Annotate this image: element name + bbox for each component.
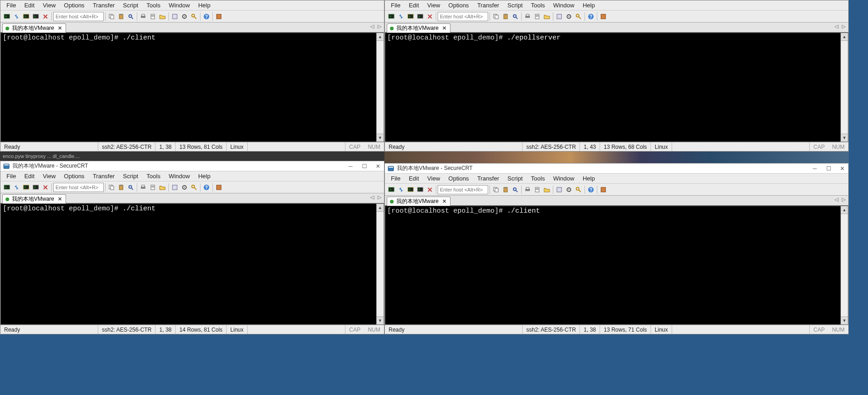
- help-icon[interactable]: ?: [202, 12, 211, 21]
- tab-prev-icon[interactable]: ◁: [834, 23, 839, 29]
- disconnect-icon[interactable]: >: [31, 183, 40, 192]
- find-icon[interactable]: [511, 12, 520, 21]
- tab-next-icon[interactable]: ▷: [377, 23, 382, 29]
- host-input[interactable]: [53, 183, 104, 192]
- copy-icon[interactable]: [491, 12, 501, 21]
- quick-connect-icon[interactable]: >: [22, 12, 31, 21]
- menu-file[interactable]: File: [2, 172, 20, 181]
- host-input[interactable]: [438, 185, 488, 194]
- tab-next-icon[interactable]: ▷: [377, 194, 382, 200]
- settings-icon[interactable]: [564, 12, 573, 21]
- app-icon[interactable]: [214, 183, 223, 192]
- new-window-icon[interactable]: [170, 183, 179, 192]
- connect-icon[interactable]: [396, 12, 406, 21]
- scroll-up-icon[interactable]: ▲: [377, 204, 384, 212]
- scroll-down-icon[interactable]: ▼: [841, 134, 848, 141]
- scroll-down-icon[interactable]: ▼: [377, 134, 384, 141]
- new-session-icon[interactable]: >: [2, 183, 11, 192]
- connect-icon[interactable]: [12, 12, 21, 21]
- menu-window[interactable]: Window: [165, 172, 194, 181]
- scroll-down-icon[interactable]: ▼: [377, 316, 384, 324]
- help-icon[interactable]: ?: [586, 12, 595, 21]
- menu-help[interactable]: Help: [194, 172, 215, 181]
- menu-tools[interactable]: Tools: [527, 174, 549, 183]
- save-icon[interactable]: [158, 183, 167, 192]
- settings-icon[interactable]: [180, 12, 189, 21]
- menu-view[interactable]: View: [39, 172, 60, 181]
- menu-edit[interactable]: Edit: [405, 1, 423, 10]
- scroll-up-icon[interactable]: ▲: [377, 33, 384, 41]
- menu-transfer[interactable]: Transfer: [473, 1, 503, 10]
- minimize-button[interactable]: ─: [812, 165, 818, 172]
- print-icon[interactable]: [139, 12, 148, 21]
- find-icon[interactable]: [126, 183, 135, 192]
- menu-tools[interactable]: Tools: [142, 1, 164, 10]
- log-icon[interactable]: [148, 183, 157, 192]
- app-icon[interactable]: [599, 185, 608, 194]
- save-icon[interactable]: [542, 185, 551, 194]
- close-button[interactable]: ✕: [839, 165, 846, 172]
- scroll-track[interactable]: [841, 214, 848, 316]
- tab-prev-icon[interactable]: ◁: [834, 197, 839, 203]
- menu-transfer[interactable]: Transfer: [89, 1, 119, 10]
- key-icon[interactable]: [189, 183, 199, 192]
- scrollbar[interactable]: ▲▼: [840, 206, 848, 325]
- session-tab[interactable]: 我的本地VMware✕: [387, 197, 451, 206]
- menu-view[interactable]: View: [39, 1, 60, 10]
- maximize-button[interactable]: ☐: [825, 165, 832, 172]
- scroll-up-icon[interactable]: ▲: [841, 33, 848, 41]
- new-session-icon[interactable]: >: [387, 12, 396, 21]
- paste-icon[interactable]: [117, 12, 126, 21]
- app-icon[interactable]: [214, 12, 223, 21]
- menu-view[interactable]: View: [423, 174, 444, 183]
- connect-icon[interactable]: [396, 185, 406, 194]
- copy-icon[interactable]: [107, 183, 116, 192]
- scrollbar[interactable]: ▲▼: [840, 33, 848, 142]
- scrollbar[interactable]: ▲▼: [376, 33, 384, 142]
- new-window-icon[interactable]: [555, 12, 564, 21]
- quick-connect-icon[interactable]: >: [406, 12, 415, 21]
- print-icon[interactable]: [139, 183, 148, 192]
- session-tab[interactable]: 我的本地VMware✕: [387, 23, 451, 33]
- log-icon[interactable]: [533, 185, 542, 194]
- tab-close-icon[interactable]: ✕: [58, 196, 62, 202]
- window-titlebar[interactable]: 我的本地VMware - SecureCRT─☐✕: [385, 164, 848, 174]
- disconnect-icon[interactable]: >: [416, 12, 425, 21]
- settings-icon[interactable]: [564, 185, 573, 194]
- reconnect-icon[interactable]: [425, 12, 434, 21]
- scrollbar[interactable]: ▲▼: [376, 203, 384, 325]
- tab-prev-icon[interactable]: ◁: [369, 23, 375, 29]
- host-input[interactable]: [53, 12, 104, 21]
- new-session-icon[interactable]: >: [2, 12, 11, 21]
- menu-help[interactable]: Help: [579, 174, 599, 183]
- menu-window[interactable]: Window: [549, 1, 579, 10]
- reconnect-icon[interactable]: [425, 185, 434, 194]
- new-session-icon[interactable]: >: [387, 185, 396, 194]
- reconnect-icon[interactable]: [41, 12, 50, 21]
- tab-close-icon[interactable]: ✕: [58, 25, 62, 31]
- tab-close-icon[interactable]: ✕: [442, 198, 446, 204]
- key-icon[interactable]: [574, 12, 583, 21]
- host-input[interactable]: [438, 12, 488, 21]
- disconnect-icon[interactable]: >: [31, 12, 40, 21]
- menu-script[interactable]: Script: [119, 172, 142, 181]
- paste-icon[interactable]: [501, 12, 510, 21]
- connect-icon[interactable]: [12, 183, 21, 192]
- menu-script[interactable]: Script: [119, 1, 142, 10]
- terminal[interactable]: [root@localhost epoll_demo]# ./client: [385, 206, 840, 325]
- new-window-icon[interactable]: [555, 185, 564, 194]
- log-icon[interactable]: [533, 12, 542, 21]
- key-icon[interactable]: [189, 12, 199, 21]
- maximize-button[interactable]: ☐: [361, 163, 367, 169]
- menu-script[interactable]: Script: [503, 1, 527, 10]
- save-icon[interactable]: [542, 12, 551, 21]
- new-window-icon[interactable]: [170, 12, 179, 21]
- scroll-track[interactable]: [377, 41, 384, 134]
- save-icon[interactable]: [158, 12, 167, 21]
- scroll-down-icon[interactable]: ▼: [841, 316, 848, 324]
- menu-script[interactable]: Script: [503, 174, 527, 183]
- find-icon[interactable]: [511, 185, 520, 194]
- help-icon[interactable]: ?: [202, 183, 211, 192]
- menu-view[interactable]: View: [423, 1, 444, 10]
- session-tab[interactable]: 我的本地VMware✕: [2, 194, 66, 203]
